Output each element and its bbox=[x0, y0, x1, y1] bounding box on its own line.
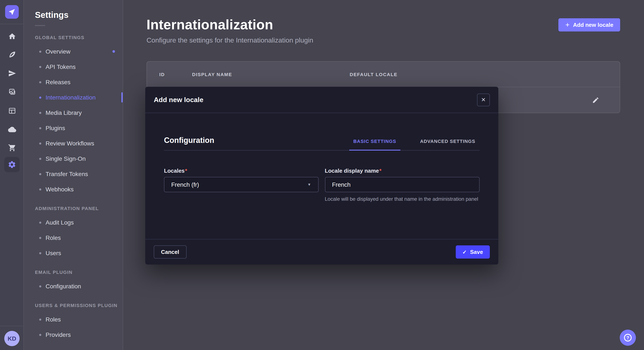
tab-basic-settings[interactable]: BASIC SETTINGS bbox=[349, 139, 400, 151]
chevron-down-icon: ▼ bbox=[307, 182, 311, 187]
layout-panel-icon[interactable] bbox=[0, 102, 24, 119]
plus-icon: + bbox=[566, 21, 570, 28]
section-header-email-plugin: EMAIL PLUGIN bbox=[35, 266, 123, 279]
sidebar-item-label: Transfer Tokens bbox=[46, 171, 88, 177]
sidebar-item-label: Single Sign-On bbox=[46, 155, 86, 162]
send-paper-plane-icon[interactable] bbox=[0, 65, 24, 82]
rail-divider bbox=[0, 24, 24, 24]
sidebar-item-media-library[interactable]: Media Library bbox=[24, 105, 123, 120]
bullet-icon bbox=[39, 221, 41, 223]
settings-tabs: BASIC SETTINGS ADVANCED SETTINGS bbox=[349, 139, 480, 150]
display-name-label: Locale display name* bbox=[325, 168, 382, 174]
bullet-icon bbox=[39, 188, 41, 190]
bullet-icon bbox=[39, 252, 41, 254]
sidebar-item-label: Webhooks bbox=[46, 186, 74, 193]
locales-select[interactable]: French (fr) ▼ bbox=[164, 177, 318, 192]
locale-form: Locales* French (fr) ▼ Locale display na… bbox=[164, 167, 480, 202]
sidebar-item-audit-logs[interactable]: Audit Logs bbox=[24, 215, 123, 230]
add-new-locale-modal: Add new locale ✕ Configuration BASIC SET… bbox=[145, 87, 498, 265]
bullet-icon bbox=[39, 334, 41, 336]
help-button[interactable]: ? bbox=[620, 330, 636, 346]
sidebar-item-up-roles[interactable]: Roles bbox=[24, 312, 123, 327]
strapi-logo[interactable] bbox=[5, 5, 19, 19]
tab-advanced-settings[interactable]: ADVANCED SETTINGS bbox=[416, 139, 480, 151]
save-button[interactable]: ✓ Save bbox=[456, 245, 490, 259]
sidebar-item-label: Internationalization bbox=[46, 94, 96, 101]
user-avatar[interactable]: KD bbox=[4, 331, 20, 346]
sidebar-item-plugins[interactable]: Plugins bbox=[24, 120, 123, 136]
page-title: Internationalization bbox=[146, 17, 273, 33]
media-library-icon[interactable] bbox=[0, 83, 24, 100]
locales-label: Locales* bbox=[164, 168, 187, 174]
sidebar-item-label: Roles bbox=[46, 316, 61, 323]
settings-gear-icon[interactable] bbox=[4, 157, 20, 172]
check-icon: ✓ bbox=[462, 249, 466, 255]
close-modal-button[interactable]: ✕ bbox=[477, 93, 490, 106]
bullet-icon bbox=[39, 81, 41, 83]
sidebar-item-webhooks[interactable]: Webhooks bbox=[24, 181, 123, 197]
administration-panel-list: Audit Logs Roles Users bbox=[24, 215, 123, 261]
bullet-icon bbox=[39, 66, 41, 68]
required-asterisk: * bbox=[185, 168, 187, 174]
bullet-icon bbox=[39, 96, 41, 98]
locales-label-text: Locales bbox=[164, 168, 185, 174]
sidebar-item-email-configuration[interactable]: Configuration bbox=[24, 279, 123, 294]
notification-dot-icon bbox=[112, 50, 115, 53]
sidebar-item-overview[interactable]: Overview bbox=[24, 44, 123, 59]
add-new-locale-button-label: Add new locale bbox=[573, 22, 613, 28]
sidebar-item-review-workflows[interactable]: Review Workflows bbox=[24, 136, 123, 151]
display-name-label-text: Locale display name bbox=[325, 168, 379, 174]
sidebar-item-label: Media Library bbox=[46, 109, 82, 116]
sidebar-title: Settings bbox=[35, 10, 123, 20]
modal-header: Add new locale ✕ bbox=[145, 87, 498, 113]
question-mark-icon: ? bbox=[624, 334, 632, 342]
cloud-icon[interactable] bbox=[0, 121, 24, 138]
page-subtitle: Configure the settings for the Internati… bbox=[146, 37, 313, 44]
bullet-icon bbox=[39, 285, 41, 287]
modal-footer: Cancel ✓ Save bbox=[145, 239, 498, 265]
bullet-icon bbox=[39, 158, 41, 160]
sidebar-item-label: Users bbox=[46, 250, 61, 256]
edit-locale-button[interactable] bbox=[589, 93, 602, 107]
sidebar-item-label: Audit Logs bbox=[46, 219, 74, 226]
sidebar-item-internationalization[interactable]: Internationalization bbox=[24, 90, 123, 105]
sidebar-item-label: Releases bbox=[46, 79, 70, 85]
bullet-icon bbox=[39, 237, 41, 239]
sidebar-item-label: Providers bbox=[46, 331, 71, 338]
locales-field: Locales* French (fr) ▼ bbox=[164, 167, 318, 202]
column-header-default-locale: DEFAULT LOCALE bbox=[350, 72, 620, 77]
display-name-hint: Locale will be displayed under that name… bbox=[325, 196, 480, 202]
table-header-row: ID DISPLAY NAME DEFAULT LOCALE bbox=[147, 62, 620, 87]
configuration-title: Configuration bbox=[164, 136, 214, 150]
bullet-icon bbox=[39, 318, 41, 321]
column-header-display-name: DISPLAY NAME bbox=[192, 72, 350, 77]
sidebar-item-admin-users[interactable]: Users bbox=[24, 245, 123, 261]
bullet-icon bbox=[39, 142, 41, 144]
sidebar-item-up-providers[interactable]: Providers bbox=[24, 327, 123, 342]
sidebar-item-label: Review Workflows bbox=[46, 140, 94, 147]
home-icon[interactable] bbox=[0, 28, 24, 45]
close-icon: ✕ bbox=[481, 97, 486, 103]
bullet-icon bbox=[39, 127, 41, 129]
sidebar-item-single-sign-on[interactable]: Single Sign-On bbox=[24, 151, 123, 166]
sidebar-item-admin-roles[interactable]: Roles bbox=[24, 230, 123, 245]
sidebar-item-api-tokens[interactable]: API Tokens bbox=[24, 59, 123, 74]
sidebar-item-label: Configuration bbox=[46, 283, 81, 290]
display-name-input[interactable] bbox=[325, 177, 480, 192]
cancel-button[interactable]: Cancel bbox=[154, 245, 186, 259]
sidebar-item-transfer-tokens[interactable]: Transfer Tokens bbox=[24, 166, 123, 181]
bullet-icon bbox=[39, 173, 41, 175]
users-permissions-list: Roles Providers bbox=[24, 312, 123, 342]
add-new-locale-button[interactable]: + Add new locale bbox=[558, 18, 620, 31]
required-asterisk: * bbox=[379, 168, 382, 174]
global-settings-list: Overview API Tokens Releases Internation… bbox=[24, 44, 123, 197]
locales-select-value: French (fr) bbox=[171, 181, 199, 188]
app-window: KD Settings GLOBAL SETTINGS Overview API… bbox=[0, 0, 644, 350]
bullet-icon bbox=[39, 50, 41, 52]
edit-pencil-icon bbox=[592, 96, 599, 104]
sidebar-item-releases[interactable]: Releases bbox=[24, 74, 123, 90]
content-feather-icon[interactable] bbox=[0, 46, 24, 63]
bullet-icon bbox=[39, 112, 41, 114]
marketplace-cart-icon[interactable] bbox=[0, 139, 24, 156]
section-header-users-permissions-plugin: USERS & PERMISSIONS PLUGIN bbox=[35, 299, 123, 312]
